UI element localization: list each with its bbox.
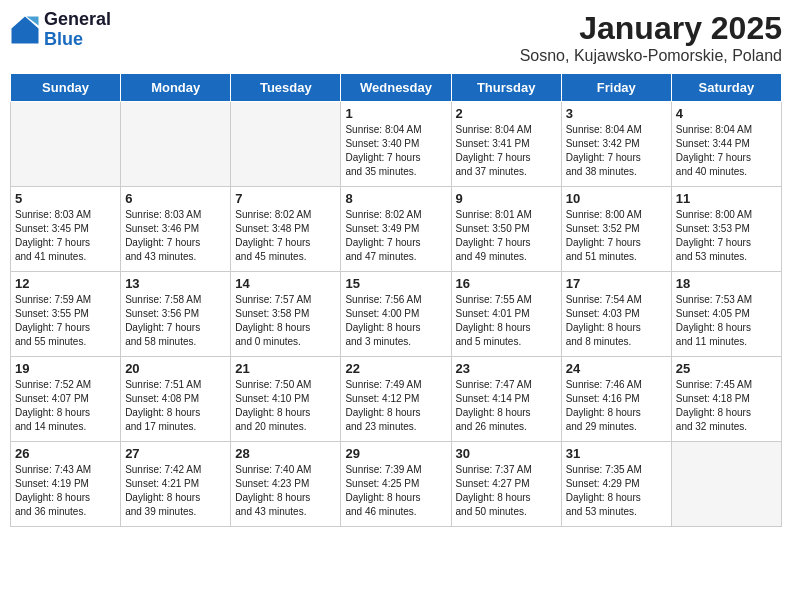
day-number: 27 <box>125 446 226 461</box>
day-cell: 26Sunrise: 7:43 AM Sunset: 4:19 PM Dayli… <box>11 442 121 527</box>
day-info: Sunrise: 7:46 AM Sunset: 4:16 PM Dayligh… <box>566 378 667 434</box>
logo-text: General Blue <box>44 10 111 50</box>
day-cell: 2Sunrise: 8:04 AM Sunset: 3:41 PM Daylig… <box>451 102 561 187</box>
day-number: 7 <box>235 191 336 206</box>
day-cell: 29Sunrise: 7:39 AM Sunset: 4:25 PM Dayli… <box>341 442 451 527</box>
week-row-2: 5Sunrise: 8:03 AM Sunset: 3:45 PM Daylig… <box>11 187 782 272</box>
day-info: Sunrise: 7:58 AM Sunset: 3:56 PM Dayligh… <box>125 293 226 349</box>
week-row-1: 1Sunrise: 8:04 AM Sunset: 3:40 PM Daylig… <box>11 102 782 187</box>
day-info: Sunrise: 8:02 AM Sunset: 3:48 PM Dayligh… <box>235 208 336 264</box>
day-cell: 11Sunrise: 8:00 AM Sunset: 3:53 PM Dayli… <box>671 187 781 272</box>
day-number: 18 <box>676 276 777 291</box>
day-header-saturday: Saturday <box>671 74 781 102</box>
day-header-wednesday: Wednesday <box>341 74 451 102</box>
day-number: 28 <box>235 446 336 461</box>
day-header-thursday: Thursday <box>451 74 561 102</box>
day-cell: 10Sunrise: 8:00 AM Sunset: 3:52 PM Dayli… <box>561 187 671 272</box>
day-number: 22 <box>345 361 446 376</box>
day-info: Sunrise: 7:47 AM Sunset: 4:14 PM Dayligh… <box>456 378 557 434</box>
day-cell: 31Sunrise: 7:35 AM Sunset: 4:29 PM Dayli… <box>561 442 671 527</box>
header: General Blue January 2025 Sosno, Kujawsk… <box>10 10 782 65</box>
day-cell: 19Sunrise: 7:52 AM Sunset: 4:07 PM Dayli… <box>11 357 121 442</box>
day-cell: 22Sunrise: 7:49 AM Sunset: 4:12 PM Dayli… <box>341 357 451 442</box>
day-cell: 17Sunrise: 7:54 AM Sunset: 4:03 PM Dayli… <box>561 272 671 357</box>
day-info: Sunrise: 7:45 AM Sunset: 4:18 PM Dayligh… <box>676 378 777 434</box>
day-number: 26 <box>15 446 116 461</box>
day-info: Sunrise: 7:57 AM Sunset: 3:58 PM Dayligh… <box>235 293 336 349</box>
week-row-4: 19Sunrise: 7:52 AM Sunset: 4:07 PM Dayli… <box>11 357 782 442</box>
day-info: Sunrise: 8:00 AM Sunset: 3:52 PM Dayligh… <box>566 208 667 264</box>
day-number: 9 <box>456 191 557 206</box>
day-info: Sunrise: 7:43 AM Sunset: 4:19 PM Dayligh… <box>15 463 116 519</box>
day-number: 15 <box>345 276 446 291</box>
day-info: Sunrise: 7:53 AM Sunset: 4:05 PM Dayligh… <box>676 293 777 349</box>
day-cell: 3Sunrise: 8:04 AM Sunset: 3:42 PM Daylig… <box>561 102 671 187</box>
day-cell: 13Sunrise: 7:58 AM Sunset: 3:56 PM Dayli… <box>121 272 231 357</box>
day-info: Sunrise: 8:00 AM Sunset: 3:53 PM Dayligh… <box>676 208 777 264</box>
day-number: 10 <box>566 191 667 206</box>
day-cell <box>231 102 341 187</box>
day-header-tuesday: Tuesday <box>231 74 341 102</box>
day-number: 16 <box>456 276 557 291</box>
day-number: 23 <box>456 361 557 376</box>
day-cell: 23Sunrise: 7:47 AM Sunset: 4:14 PM Dayli… <box>451 357 561 442</box>
day-info: Sunrise: 7:37 AM Sunset: 4:27 PM Dayligh… <box>456 463 557 519</box>
day-cell: 8Sunrise: 8:02 AM Sunset: 3:49 PM Daylig… <box>341 187 451 272</box>
calendar-table: SundayMondayTuesdayWednesdayThursdayFrid… <box>10 73 782 527</box>
day-cell: 30Sunrise: 7:37 AM Sunset: 4:27 PM Dayli… <box>451 442 561 527</box>
logo-blue-text: Blue <box>44 30 111 50</box>
day-number: 17 <box>566 276 667 291</box>
day-info: Sunrise: 7:42 AM Sunset: 4:21 PM Dayligh… <box>125 463 226 519</box>
day-number: 12 <box>15 276 116 291</box>
day-number: 20 <box>125 361 226 376</box>
day-number: 5 <box>15 191 116 206</box>
day-info: Sunrise: 7:49 AM Sunset: 4:12 PM Dayligh… <box>345 378 446 434</box>
calendar-subtitle: Sosno, Kujawsko-Pomorskie, Poland <box>520 47 782 65</box>
day-number: 11 <box>676 191 777 206</box>
day-cell: 20Sunrise: 7:51 AM Sunset: 4:08 PM Dayli… <box>121 357 231 442</box>
day-cell: 21Sunrise: 7:50 AM Sunset: 4:10 PM Dayli… <box>231 357 341 442</box>
logo-icon <box>10 15 40 45</box>
day-cell <box>121 102 231 187</box>
day-cell: 27Sunrise: 7:42 AM Sunset: 4:21 PM Dayli… <box>121 442 231 527</box>
day-info: Sunrise: 8:03 AM Sunset: 3:46 PM Dayligh… <box>125 208 226 264</box>
day-cell: 7Sunrise: 8:02 AM Sunset: 3:48 PM Daylig… <box>231 187 341 272</box>
day-info: Sunrise: 8:04 AM Sunset: 3:44 PM Dayligh… <box>676 123 777 179</box>
day-number: 21 <box>235 361 336 376</box>
day-header-friday: Friday <box>561 74 671 102</box>
day-info: Sunrise: 8:01 AM Sunset: 3:50 PM Dayligh… <box>456 208 557 264</box>
day-cell: 1Sunrise: 8:04 AM Sunset: 3:40 PM Daylig… <box>341 102 451 187</box>
day-number: 29 <box>345 446 446 461</box>
day-info: Sunrise: 7:56 AM Sunset: 4:00 PM Dayligh… <box>345 293 446 349</box>
day-cell <box>11 102 121 187</box>
logo-general-text: General <box>44 10 111 30</box>
day-info: Sunrise: 8:04 AM Sunset: 3:42 PM Dayligh… <box>566 123 667 179</box>
day-info: Sunrise: 7:59 AM Sunset: 3:55 PM Dayligh… <box>15 293 116 349</box>
day-cell: 4Sunrise: 8:04 AM Sunset: 3:44 PM Daylig… <box>671 102 781 187</box>
day-number: 14 <box>235 276 336 291</box>
day-number: 19 <box>15 361 116 376</box>
day-number: 4 <box>676 106 777 121</box>
day-cell: 24Sunrise: 7:46 AM Sunset: 4:16 PM Dayli… <box>561 357 671 442</box>
day-info: Sunrise: 7:50 AM Sunset: 4:10 PM Dayligh… <box>235 378 336 434</box>
day-number: 8 <box>345 191 446 206</box>
logo: General Blue <box>10 10 111 50</box>
day-cell: 5Sunrise: 8:03 AM Sunset: 3:45 PM Daylig… <box>11 187 121 272</box>
day-number: 2 <box>456 106 557 121</box>
day-number: 1 <box>345 106 446 121</box>
day-info: Sunrise: 7:55 AM Sunset: 4:01 PM Dayligh… <box>456 293 557 349</box>
calendar-title: January 2025 <box>520 10 782 47</box>
day-number: 3 <box>566 106 667 121</box>
day-number: 13 <box>125 276 226 291</box>
title-area: January 2025 Sosno, Kujawsko-Pomorskie, … <box>520 10 782 65</box>
day-cell: 9Sunrise: 8:01 AM Sunset: 3:50 PM Daylig… <box>451 187 561 272</box>
day-info: Sunrise: 7:39 AM Sunset: 4:25 PM Dayligh… <box>345 463 446 519</box>
day-info: Sunrise: 8:03 AM Sunset: 3:45 PM Dayligh… <box>15 208 116 264</box>
day-info: Sunrise: 7:52 AM Sunset: 4:07 PM Dayligh… <box>15 378 116 434</box>
day-number: 25 <box>676 361 777 376</box>
day-header-monday: Monday <box>121 74 231 102</box>
day-cell <box>671 442 781 527</box>
day-cell: 14Sunrise: 7:57 AM Sunset: 3:58 PM Dayli… <box>231 272 341 357</box>
day-header-sunday: Sunday <box>11 74 121 102</box>
day-info: Sunrise: 7:35 AM Sunset: 4:29 PM Dayligh… <box>566 463 667 519</box>
